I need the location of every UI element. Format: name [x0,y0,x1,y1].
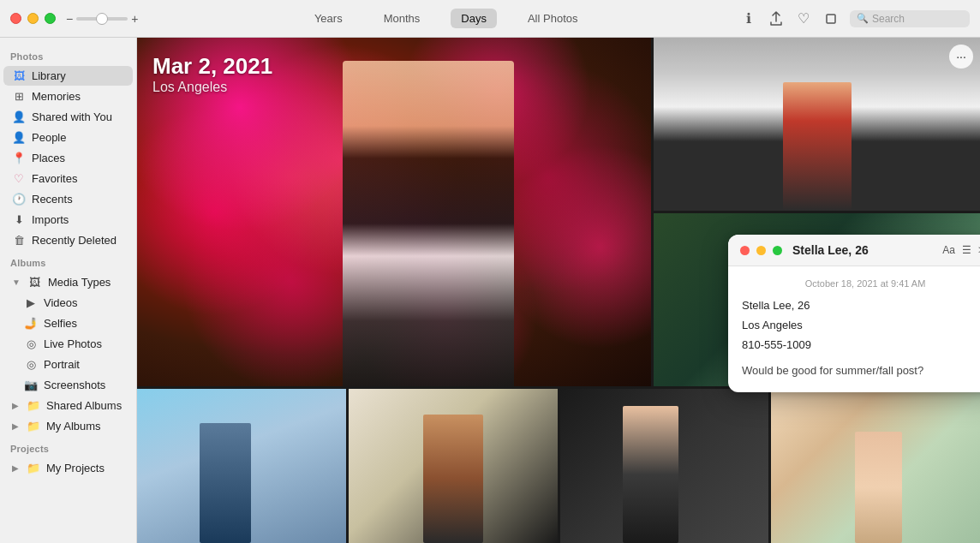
recently-deleted-icon: 🗑 [12,234,26,247]
sidebar-item-live-photos-label: Live Photos [44,337,102,350]
my-albums-chevron: ▶ [12,421,19,431]
photo-area: Mar 2, 2021 Los Angeles ··· [137,38,980,543]
note-name: Stella Lee, 26 [742,297,980,315]
imports-icon: ⬇ [12,213,26,226]
note-list-icon[interactable]: ☰ [962,244,971,256]
sidebar-item-shared-with-you[interactable]: 👤 Shared with You [3,107,133,127]
share-icon[interactable] [768,10,785,27]
sidebar-item-selfies-label: Selfies [44,317,77,330]
tab-years[interactable]: Years [304,9,353,28]
sidebar-item-imports-label: Imports [32,213,69,226]
note-maximize-button[interactable] [773,246,782,255]
search-placeholder: Search [872,13,905,25]
my-projects-chevron: ▶ [12,463,19,473]
note-close-button[interactable] [740,246,750,255]
note-minimize-button[interactable] [756,246,766,255]
photo-bottom-2[interactable] [349,389,558,543]
sidebar-item-imports[interactable]: ⬇ Imports [3,210,133,230]
zoom-minus-icon[interactable]: − [66,12,73,26]
sidebar-item-favorites[interactable]: ♡ Favorites [3,169,133,188]
sidebar-item-my-projects-label: My Projects [46,462,105,474]
sidebar-item-memories[interactable]: ⊞ Memories [3,87,133,106]
photo-bottom-1[interactable] [137,389,346,543]
sidebar-item-favorites-label: Favorites [32,172,77,185]
sidebar-item-videos[interactable]: ▶ Videos [3,293,133,313]
sidebar-item-shared-albums[interactable]: ▶ 📁 Shared Albums [3,396,133,415]
memories-icon: ⊞ [12,90,26,103]
nav-tabs: Years Months Days All Photos [152,9,740,28]
sidebar-item-recently-deleted-label: Recently Deleted [32,234,117,247]
sidebar-item-media-types[interactable]: ▼ 🖼 Media Types [3,272,133,292]
my-albums-icon: 📁 [27,420,40,433]
note-title: Stella Lee, 26 [792,243,935,257]
zoom-thumb [96,13,108,25]
sidebar-item-library[interactable]: 🖼 Library [3,66,133,86]
photo-bottom-4[interactable] [771,389,980,543]
sidebar-item-places[interactable]: 📍 Places [3,148,133,168]
main-content: Photos 🖼 Library ⊞ Memories 👤 Shared wit… [0,38,980,543]
tab-all-photos[interactable]: All Photos [517,9,589,28]
more-options-button[interactable]: ··· [949,45,973,69]
selfies-icon: 🤳 [24,317,38,330]
sidebar-item-my-projects[interactable]: ▶ 📁 My Projects [3,458,133,478]
sidebar-item-screenshots-label: Screenshots [44,379,105,391]
photo-person-figure [343,61,514,386]
note-font-button[interactable]: Aa [942,244,955,256]
info-icon[interactable]: ℹ [740,10,757,27]
sidebar-item-people-label: People [32,131,66,144]
close-button[interactable] [10,13,21,24]
shared-albums-icon: 📁 [27,399,40,412]
minimize-button[interactable] [27,13,39,24]
tab-months[interactable]: Months [373,9,431,28]
sidebar-item-recents[interactable]: 🕐 Recents [3,189,133,209]
sidebar-item-portrait-label: Portrait [44,358,80,371]
tab-days[interactable]: Days [451,9,497,28]
sidebar-item-library-label: Library [32,69,66,82]
sidebar-item-my-albums-label: My Albums [46,420,101,433]
photo-date-text: Mar 2, 2021 [152,53,272,80]
note-content: October 18, 2021 at 9:41 AM Stella Lee, … [728,266,980,392]
maximize-button[interactable] [45,13,56,24]
sidebar-item-recents-label: Recents [32,193,73,206]
note-phone: 810-555-1009 [742,337,980,355]
places-icon: 📍 [12,152,26,164]
toolbar-right: ℹ ♡ 🔍 Search [740,10,970,27]
note-timestamp: October 18, 2021 at 9:41 AM [742,278,980,289]
live-photos-icon: ◎ [24,337,38,350]
portrait-icon: ◎ [24,358,38,371]
zoom-plus-icon[interactable]: + [131,12,138,26]
shared-with-you-icon: 👤 [12,110,26,123]
sidebar-item-shared-with-you-label: Shared with You [32,110,112,123]
photo-bottom-row [137,389,980,543]
albums-section-label: Albums [0,251,136,272]
search-box[interactable]: 🔍 Search [850,10,970,27]
sidebar-item-screenshots[interactable]: 📷 Screenshots [3,375,133,395]
my-projects-icon: 📁 [27,462,40,474]
zoom-control: − + [66,12,138,26]
sidebar-item-memories-label: Memories [32,90,81,103]
note-comment: Would be good for summer/fall post? [742,362,980,380]
sidebar-item-portrait[interactable]: ◎ Portrait [3,355,133,374]
svg-rect-0 [827,15,835,23]
favorite-icon[interactable]: ♡ [795,10,812,27]
zoom-slider[interactable] [76,17,128,21]
photo-bottom-3[interactable] [560,389,769,543]
shared-albums-chevron: ▶ [12,401,19,410]
library-icon: 🖼 [12,69,26,82]
projects-section-label: Projects [0,437,136,457]
sidebar-item-people[interactable]: 👤 People [3,128,133,147]
photo-right-top[interactable]: ··· [654,38,980,211]
sidebar-item-my-albums[interactable]: ▶ 📁 My Albums [3,416,133,436]
sidebar-item-shared-albums-label: Shared Albums [46,399,122,412]
sidebar-item-recently-deleted[interactable]: 🗑 Recently Deleted [3,230,133,250]
window-controls [10,13,56,24]
sidebar-item-selfies[interactable]: 🤳 Selfies [3,313,133,333]
media-types-icon: 🖼 [28,276,42,289]
note-popup: Stella Lee, 26 Aa ☰ >> October 18, 2021 … [728,235,980,392]
note-city: Los Angeles [742,317,980,335]
photo-main[interactable]: Mar 2, 2021 Los Angeles [137,38,651,386]
photo-date-overlay: Mar 2, 2021 Los Angeles [152,53,272,95]
recents-icon: 🕐 [12,193,26,206]
crop-icon[interactable] [822,10,840,27]
sidebar-item-live-photos[interactable]: ◎ Live Photos [3,334,133,354]
